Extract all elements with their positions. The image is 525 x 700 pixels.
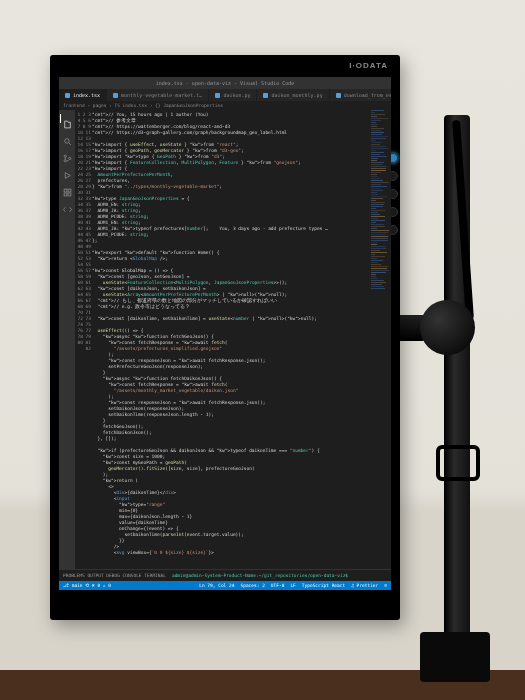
tab-index-tsx[interactable]: index.tsx (59, 89, 107, 101)
status-item[interactable]: LF (290, 583, 295, 588)
code-area[interactable]: "cmt">// You, 15 hours ago | 1 author (Y… (92, 110, 371, 570)
file-icon (263, 93, 268, 98)
status-item[interactable]: UTF-8 (271, 583, 285, 588)
tab-download_from_estat-py[interactable]: download_from_estat.py (330, 89, 391, 101)
status-item[interactable]: ☺ (384, 583, 387, 588)
search-icon[interactable] (63, 131, 72, 140)
status-item[interactable]: TypeScript React (302, 583, 345, 588)
svg-point-0 (64, 139, 69, 144)
svg-point-2 (64, 160, 66, 162)
status-item[interactable]: ⟲ (85, 583, 89, 588)
terminal-tabs[interactable]: PROBLEMS OUTPUT DEBUG CONSOLE TERMINAL (63, 573, 166, 578)
file-icon (215, 93, 220, 98)
tab-daikon_monthly-py[interactable]: daikon_monthly.py (257, 89, 329, 101)
panel-terminal[interactable]: PROBLEMS OUTPUT DEBUG CONSOLE TERMINAL a… (59, 569, 391, 581)
svg-point-3 (68, 157, 70, 159)
monitor-arm-joint (420, 300, 475, 355)
status-item[interactable]: ⎇ main (63, 583, 83, 588)
tab-monthly-vegetable-market-t-[interactable]: monthly-vegetable-market.t… (107, 89, 209, 101)
file-icon (65, 93, 70, 98)
code-editor[interactable]: 1 2 3 4 5 6 7 8 9 10 11 12 13 14 15 16 1… (75, 110, 391, 570)
window-title: index.tsx - open-data-viz - Visual Studi… (156, 80, 294, 86)
svg-rect-6 (64, 193, 67, 196)
window-titlebar: index.tsx - open-data-viz - Visual Studi… (59, 77, 391, 89)
source-control-icon[interactable] (63, 148, 72, 157)
status-item[interactable]: ✖ 0 ⚠ 0 (92, 583, 111, 588)
vscode-window: index.tsx - open-data-viz - Visual Studi… (59, 77, 391, 590)
status-item[interactable]: Ln 79, Col 24 (199, 583, 234, 588)
status-item[interactable]: ♫ Prettier (351, 583, 378, 588)
terminal-prompt: admin@admin-System-Product-Name:~/git_re… (172, 573, 348, 578)
svg-rect-7 (68, 193, 71, 196)
activity-bar (59, 110, 75, 570)
file-icon (336, 93, 341, 98)
svg-rect-4 (64, 189, 67, 192)
photo-scene: I·ODATA index.tsx - open-data-viz - Visu… (0, 0, 525, 700)
monitor: I·ODATA index.tsx - open-data-viz - Visu… (50, 55, 400, 620)
breadcrumb[interactable]: frontend › pages › TS index.tsx › {} Jap… (59, 101, 391, 110)
minimap[interactable] (371, 110, 391, 570)
tab-daikon-py[interactable]: daikon.py (209, 89, 257, 101)
svg-point-1 (64, 155, 66, 157)
line-number-gutter: 1 2 3 4 5 6 7 8 9 10 11 12 13 14 15 16 1… (75, 110, 93, 570)
status-item[interactable]: Spaces: 2 (240, 583, 264, 588)
status-bar[interactable]: ⎇ main ⟲ ✖ 0 ⚠ 0 Ln 79, Col 24 Spaces: 2… (59, 581, 391, 590)
extensions-icon[interactable] (63, 182, 72, 191)
svg-rect-5 (68, 189, 71, 192)
run-debug-icon[interactable] (63, 165, 72, 174)
explorer-icon[interactable] (60, 114, 72, 123)
file-icon (113, 93, 118, 98)
desk-clamp (420, 632, 490, 682)
editor-tabs: index.tsxmonthly-vegetable-market.t…daik… (59, 89, 391, 101)
monitor-brand-label: I·ODATA (349, 61, 388, 70)
cable-clip (436, 445, 480, 481)
remote-icon[interactable] (63, 199, 72, 208)
